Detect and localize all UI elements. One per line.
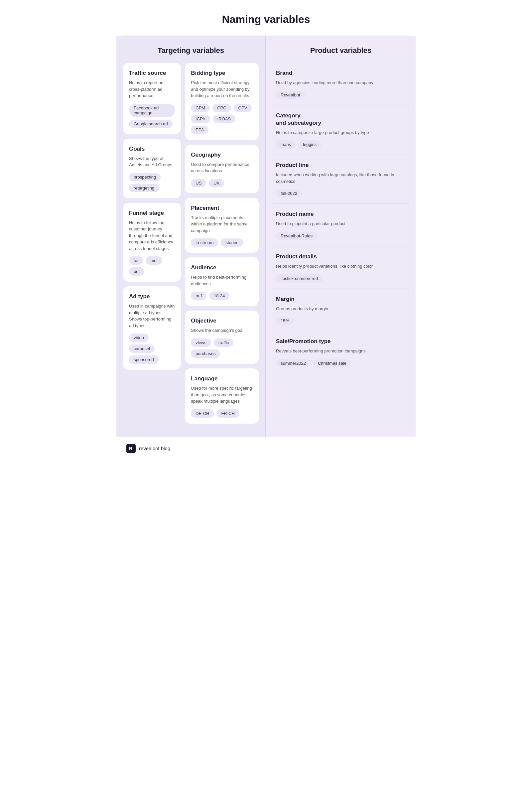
card-product-name: Product name Used to pinpoint a particul… bbox=[273, 204, 409, 246]
brand-desc: Used by agencies leading more than one c… bbox=[276, 79, 406, 86]
tag-fall-2022: fall-2022 bbox=[276, 189, 302, 197]
audience-desc: Helps to find best-performing audiences bbox=[191, 274, 253, 287]
objective-title: Objective bbox=[191, 317, 253, 324]
tag-traffic: traffic bbox=[214, 339, 234, 347]
tag-google-search: Google search ad bbox=[129, 120, 173, 128]
traffic-source-tags: Facebook ad campaign Google search ad bbox=[129, 104, 175, 128]
audience-title: Audience bbox=[191, 264, 253, 271]
card-funnel-stage: Funnel stage Helps to follow the custome… bbox=[123, 203, 181, 282]
goals-title: Goals bbox=[129, 145, 175, 153]
tag-18-24: 18-24 bbox=[209, 291, 229, 300]
card-geography: Geography Used to compare performance ac… bbox=[185, 145, 259, 193]
tag-ppa: PPA bbox=[191, 126, 208, 134]
ad-type-title: Ad type bbox=[129, 293, 175, 300]
tag-jeans: jeans bbox=[276, 140, 296, 149]
tag-leggins: leggins bbox=[298, 140, 321, 149]
bidding-type-desc: Pick the most efficient strategy and opt… bbox=[191, 79, 253, 99]
product-line-tags: fall-2022 bbox=[276, 189, 406, 197]
tag-tcpa: tCPA bbox=[191, 115, 210, 123]
card-goals: Goals Shows the type of Adsets and Ad Gr… bbox=[123, 139, 181, 198]
tag-instream: in-stream bbox=[191, 239, 218, 247]
bidding-type-title: Bidding type bbox=[191, 70, 253, 77]
tag-sponsored: sponsored bbox=[129, 356, 158, 364]
right-col-inner: Brand Used by agencies leading more than… bbox=[273, 63, 409, 373]
page-title: Naming variables bbox=[116, 0, 416, 36]
placement-tags: in-stream stories bbox=[191, 239, 253, 247]
card-ad-type: Ad type Used in campaigns with multiple … bbox=[123, 286, 181, 370]
objective-desc: Shows the campaign's goal bbox=[191, 327, 253, 334]
revealbot-icon-svg bbox=[128, 446, 134, 452]
product-line-desc: Included when working with large catalog… bbox=[276, 172, 406, 185]
tag-revealbot: Revealbot bbox=[276, 91, 305, 99]
tag-15pct: 15% bbox=[276, 317, 294, 325]
revealbot-logo-icon bbox=[126, 444, 136, 453]
goals-tags: prospecting retargeting bbox=[129, 173, 175, 192]
left-col-inner: Traffic source Helps to report on cross-… bbox=[123, 63, 259, 423]
left-side-cards: Traffic source Helps to report on cross-… bbox=[123, 63, 181, 423]
footer: revealbot blog bbox=[116, 437, 416, 460]
card-brand: Brand Used by agencies leading more than… bbox=[273, 63, 409, 106]
tag-prospecting: prospecting bbox=[129, 173, 160, 181]
tag-summer2022: summer2022 bbox=[276, 359, 310, 367]
tag-revealbot-rules: Revealbot-Rules bbox=[276, 232, 317, 240]
product-col-title: Product variables bbox=[273, 46, 409, 55]
geography-title: Geography bbox=[191, 151, 253, 158]
geography-tags: US UK bbox=[191, 179, 253, 187]
product-line-title: Product line bbox=[276, 162, 406, 169]
card-sale-promotion: Sale/Promotion type Reveals best-perform… bbox=[273, 331, 409, 373]
tag-us: US bbox=[191, 179, 206, 187]
language-desc: Used for more specific targeting than ge… bbox=[191, 385, 253, 405]
center-cards: Bidding type Pick the most efficient str… bbox=[185, 63, 259, 423]
tag-views: views bbox=[191, 339, 211, 347]
card-product-details: Product details Helps identify product v… bbox=[273, 246, 409, 289]
placement-title: Placement bbox=[191, 205, 253, 212]
tag-mf: m-f bbox=[191, 291, 207, 300]
brand-title: Brand bbox=[276, 70, 406, 77]
language-title: Language bbox=[191, 375, 253, 382]
tag-lipstick: lipstick-crimson-red bbox=[276, 274, 323, 283]
placement-desc: Tracks multiple placements within a plat… bbox=[191, 214, 253, 234]
tag-uk: UK bbox=[209, 179, 224, 187]
footer-suffix: blog bbox=[161, 446, 170, 451]
card-audience: Audience Helps to find best-performing a… bbox=[185, 257, 259, 306]
card-margin: Margin Groups products by margin 15% bbox=[273, 289, 409, 331]
tag-facebook-ad: Facebook ad campaign bbox=[129, 104, 175, 117]
margin-desc: Groups products by margin bbox=[276, 306, 406, 312]
card-traffic-source: Traffic source Helps to report on cross-… bbox=[123, 63, 181, 134]
tag-christmas-sale: Christmas sale bbox=[313, 359, 351, 367]
tag-troas: tROAS bbox=[213, 115, 235, 123]
main-layout: Targeting variables Traffic source Helps… bbox=[116, 36, 416, 437]
tag-purchases: purchases bbox=[191, 349, 220, 358]
sale-promotion-desc: Reveals best-performing promotion campai… bbox=[276, 348, 406, 355]
tag-tof: tof bbox=[129, 257, 143, 265]
traffic-source-desc: Helps to report on cross-platform ad per… bbox=[129, 79, 175, 99]
card-objective: Objective Shows the campaign's goal view… bbox=[185, 310, 259, 364]
tag-cpv: CPV bbox=[234, 104, 252, 112]
card-product-line: Product line Included when working with … bbox=[273, 155, 409, 204]
tag-mof: mof bbox=[146, 257, 162, 265]
targeting-col-title: Targeting variables bbox=[123, 46, 259, 55]
tag-fr-ch: FR-CH bbox=[216, 409, 239, 418]
objective-tags: views traffic purchases bbox=[191, 339, 253, 358]
tag-retargeting: retargeting bbox=[129, 184, 159, 192]
traffic-source-title: Traffic source bbox=[129, 70, 175, 77]
product-name-tags: Revealbot-Rules bbox=[276, 232, 406, 240]
ad-type-tags: video carousel sponsored bbox=[129, 334, 175, 364]
tag-cpm: CPM bbox=[191, 104, 210, 112]
margin-title: Margin bbox=[276, 296, 406, 303]
targeting-variables-section: Targeting variables Traffic source Helps… bbox=[116, 36, 266, 437]
footer-brand-text: revealbot blog bbox=[139, 446, 170, 451]
funnel-stage-tags: tof mof bof bbox=[129, 257, 175, 276]
sale-promotion-tags: summer2022 Christmas sale bbox=[276, 359, 406, 367]
audience-tags: m-f 18-24 bbox=[191, 291, 253, 300]
sale-promotion-title: Sale/Promotion type bbox=[276, 338, 406, 345]
goals-desc: Shows the type of Adsets and Ad Groups bbox=[129, 155, 175, 168]
bidding-type-tags: CPM CPC CPV tCPA tROAS PPA bbox=[191, 104, 253, 134]
margin-tags: 15% bbox=[276, 317, 406, 325]
tag-stories: stories bbox=[221, 239, 243, 247]
funnel-stage-title: Funnel stage bbox=[129, 209, 175, 217]
card-language: Language Used for more specific targetin… bbox=[185, 368, 259, 423]
ad-type-desc: Used in campaigns with multiple ad types… bbox=[129, 303, 175, 329]
tag-video: video bbox=[129, 334, 149, 342]
product-details-title: Product details bbox=[276, 253, 406, 260]
